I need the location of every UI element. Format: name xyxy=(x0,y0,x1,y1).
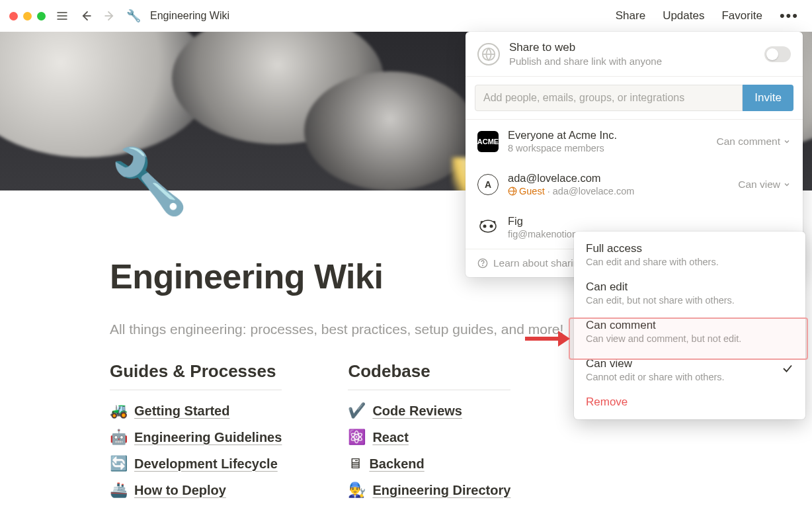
page-link[interactable]: 🚜Getting Started xyxy=(110,402,282,419)
permission-label: Can view xyxy=(738,179,780,190)
help-icon xyxy=(477,258,488,269)
link-label[interactable]: Engineering Directory xyxy=(372,483,510,498)
permission-option-sub: Can view and comment, but not edit. xyxy=(586,333,793,344)
svg-point-9 xyxy=(480,220,496,232)
globe-icon xyxy=(477,43,500,65)
share-to-web-row[interactable]: Share to web Publish and share link with… xyxy=(466,32,803,76)
share-member-row: ACMEEveryone at Acme Inc.8 workspace mem… xyxy=(466,120,803,163)
permission-option-title: Can edit xyxy=(586,280,793,294)
permission-option[interactable]: Can commentCan view and comment, but not… xyxy=(574,312,805,351)
maximize-window[interactable] xyxy=(37,12,46,21)
learn-sharing-link[interactable]: Learn about sharing xyxy=(493,257,585,269)
link-emoji: 🚢 xyxy=(110,482,128,499)
page-link[interactable]: 🤖Engineering Guidelines xyxy=(110,429,282,446)
link-emoji: ⚛️ xyxy=(348,429,366,446)
link-emoji: 🤖 xyxy=(110,429,128,446)
member-name: Fig xyxy=(508,215,791,228)
avatar xyxy=(477,217,499,238)
member-name: Everyone at Acme Inc. xyxy=(508,129,708,142)
page-link[interactable]: 🔄Development Lifecycle xyxy=(110,455,282,472)
column-0: Guides & Processes🚜Getting Started🤖Engin… xyxy=(110,361,282,499)
annotation-arrow xyxy=(522,327,570,353)
permission-option[interactable]: Can editCan edit, but not share with oth… xyxy=(574,274,805,312)
link-emoji: ✔️ xyxy=(348,402,366,419)
member-sub: 8 workspace members xyxy=(508,143,708,153)
page-link[interactable]: 👨‍🔧Engineering Directory xyxy=(348,482,510,499)
avatar: ACME xyxy=(477,131,499,152)
add-people-row: Invite xyxy=(466,76,803,120)
permission-selector[interactable]: Can view xyxy=(738,179,791,190)
check-icon xyxy=(782,362,793,377)
nav-back-icon[interactable] xyxy=(79,9,93,23)
column-heading: Guides & Processes xyxy=(110,361,282,382)
invite-button[interactable]: Invite xyxy=(743,85,793,111)
close-window[interactable] xyxy=(9,12,18,21)
link-emoji: 🔄 xyxy=(110,455,128,472)
permission-option-sub: Can edit and share with others. xyxy=(586,257,793,267)
page-link[interactable]: ✔️Code Reviews xyxy=(348,402,510,419)
svg-point-10 xyxy=(483,224,487,228)
link-label[interactable]: Development Lifecycle xyxy=(134,456,278,472)
avatar: A xyxy=(477,174,499,195)
top-toolbar: 🔧 Engineering Wiki Share Updates Favorit… xyxy=(0,0,812,32)
page-link[interactable]: ⚛️React xyxy=(348,429,510,446)
link-label[interactable]: How to Deploy xyxy=(134,483,226,498)
permission-option-sub: Cannot edit or share with others. xyxy=(586,372,793,382)
permission-dropdown: Full accessCan edit and share with other… xyxy=(574,232,805,419)
link-emoji: 🚜 xyxy=(110,402,128,419)
breadcrumb-title[interactable]: Engineering Wiki xyxy=(150,10,229,22)
link-emoji: 👨‍🔧 xyxy=(348,482,366,499)
share-to-web-sub: Publish and share link with anyone xyxy=(509,56,755,67)
svg-point-11 xyxy=(490,224,493,228)
minimize-window[interactable] xyxy=(23,12,32,21)
permission-remove[interactable]: Remove xyxy=(574,389,805,415)
permission-remove-label: Remove xyxy=(586,396,793,409)
window-controls xyxy=(9,12,46,21)
column-1: Codebase✔️Code Reviews⚛️React🖥Backend👨‍🔧… xyxy=(348,361,510,499)
permission-selector[interactable]: Can comment xyxy=(717,136,791,148)
svg-point-13 xyxy=(483,265,483,266)
share-button[interactable]: Share xyxy=(612,7,649,25)
link-label[interactable]: Backend xyxy=(369,456,424,472)
permission-option-title: Can comment xyxy=(586,319,793,332)
chevron-down-icon xyxy=(783,138,791,146)
share-web-toggle[interactable] xyxy=(764,46,791,62)
chevron-down-icon xyxy=(783,181,791,189)
link-emoji: 🖥 xyxy=(348,455,362,472)
permission-option[interactable]: Can viewCannot edit or share with others… xyxy=(574,351,805,389)
nav-forward-icon[interactable] xyxy=(102,9,117,23)
member-name: ada@lovelace.com xyxy=(508,172,729,185)
svg-marker-15 xyxy=(558,331,570,347)
page-link[interactable]: 🚢How to Deploy xyxy=(110,482,282,499)
page-icon-wrench: 🔧 xyxy=(126,9,141,23)
permission-option-sub: Can edit, but not share with others. xyxy=(586,295,793,306)
permission-option[interactable]: Full accessCan edit and share with other… xyxy=(574,235,805,274)
share-member-row: Aada@lovelace.comGuest · ada@lovelace.co… xyxy=(466,163,803,206)
share-popover: Share to web Publish and share link with… xyxy=(466,32,803,277)
permission-option-title: Can view xyxy=(586,357,793,370)
member-sub: Guest · ada@lovelace.com xyxy=(508,186,729,196)
add-people-input[interactable] xyxy=(475,85,743,111)
updates-button[interactable]: Updates xyxy=(659,7,708,25)
permission-option-title: Full access xyxy=(586,242,793,255)
link-label[interactable]: Code Reviews xyxy=(372,403,462,419)
more-menu-icon[interactable]: ••• xyxy=(776,7,803,24)
page-hero-icon[interactable]: 🔧 xyxy=(110,149,189,213)
link-label[interactable]: Engineering Guidelines xyxy=(134,430,282,445)
hamburger-menu-icon[interactable] xyxy=(55,9,69,23)
share-to-web-title: Share to web xyxy=(509,41,755,54)
permission-label: Can comment xyxy=(717,136,780,148)
favorite-button[interactable]: Favorite xyxy=(717,7,766,25)
link-label[interactable]: React xyxy=(372,430,408,445)
page-link[interactable]: 🖥Backend xyxy=(348,455,510,472)
link-label[interactable]: Getting Started xyxy=(134,403,229,419)
column-heading: Codebase xyxy=(348,361,510,382)
